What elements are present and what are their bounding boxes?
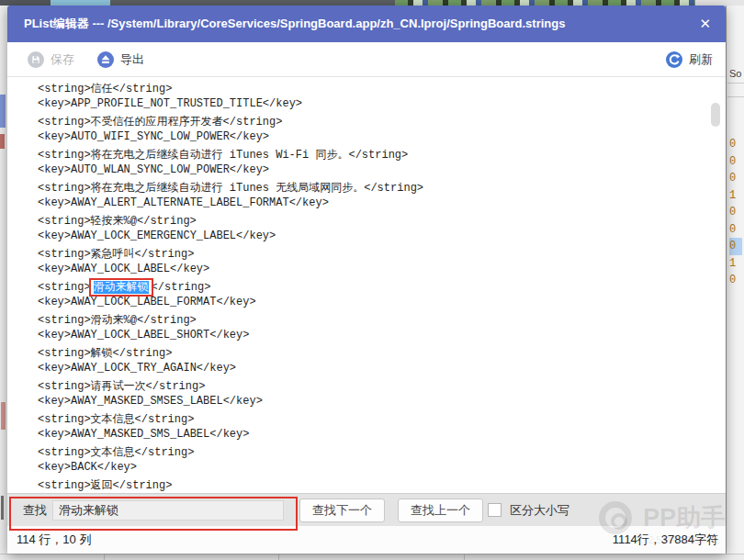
code-line: <string>紧急呼叫</string>: [38, 246, 726, 263]
code-line: <string>将在充电之后继续自动进行 iTunes 无线局域网同步。</st…: [38, 180, 726, 196]
save-label: 保存: [51, 51, 74, 68]
code-line: <string>不受信任的应用程序开发者</string>: [38, 114, 726, 130]
find-label: 查找: [23, 494, 47, 527]
background-digit: 0: [729, 204, 742, 221]
dialog-titlebar[interactable]: PList编辑器 --- /System/Library/CoreService…: [7, 6, 726, 42]
scrollbar-thumb[interactable]: [711, 103, 720, 127]
toolbar: 保存 导出 刷新: [7, 42, 726, 77]
background-digit: 0: [729, 170, 742, 187]
background-digit: 0: [729, 136, 742, 153]
background-digit: 0: [729, 238, 742, 255]
code-line: <key>AWAY_LOCK_LABEL_FORMAT</key>: [38, 296, 726, 312]
save-button[interactable]: 保存: [28, 42, 74, 77]
document-stats: 1114行，37884字符: [613, 526, 718, 554]
background-digit: 0: [729, 272, 742, 289]
background-window-fragment: [0, 95, 6, 128]
background-column-divider: [104, 554, 105, 560]
background-digit-column: 000100010: [729, 136, 742, 289]
cursor-position: 114 行，10 列: [17, 526, 91, 554]
background-column-divider: [464, 554, 465, 560]
background-right-panel: So 000100010: [726, 6, 744, 554]
background-window-fragment: [1, 402, 6, 430]
code-line: <key>AWAY_MASKED_SMSES_LABEL</key>: [38, 395, 726, 411]
code-line: <key>APP_PROFILE_NOT_TRUSTED_TITLE</key>: [38, 97, 726, 114]
background-window-fragment: [1, 496, 4, 520]
search-bar: 查找 查找下一个 查找上一个 区分大小写: [7, 493, 726, 526]
background-text-fragment: So: [729, 68, 741, 79]
code-area[interactable]: <string>信任</string><key>APP_PROFILE_NOT_…: [7, 77, 726, 493]
background-row-divider: [727, 83, 744, 84]
export-label: 导出: [120, 51, 144, 68]
status-bar: 114 行，10 列 1114行，37884字符: [7, 526, 726, 554]
search-input[interactable]: [52, 500, 284, 521]
refresh-label: 刷新: [689, 51, 713, 68]
screenshot-canvas: So 000100010 PList编辑器 --- /System/Librar…: [0, 0, 744, 560]
code-line: <string>解锁</string>: [38, 345, 726, 362]
code-line: <string>文本信息</string>: [38, 444, 726, 461]
find-prev-button[interactable]: 查找上一个: [398, 498, 483, 522]
plist-editor-dialog: PList编辑器 --- /System/Library/CoreService…: [7, 6, 726, 554]
refresh-button[interactable]: 刷新: [666, 42, 713, 77]
close-icon[interactable]: ✕: [699, 6, 711, 42]
code-line: <string>文本信息</string>: [38, 411, 726, 428]
code-line: <key>AWAY_MASKED_SMS_LABEL</key>: [38, 428, 726, 444]
code-line: <string>请再试一次</string>: [38, 378, 726, 395]
case-sensitive-checkbox[interactable]: [488, 503, 502, 517]
background-digit: 1: [729, 255, 742, 273]
code-line: <string>返回</string>: [38, 477, 726, 493]
save-icon: [28, 51, 44, 68]
code-line: <string>将在充电之后继续自动进行 iTunes Wi-Fi 同步。</s…: [38, 147, 726, 163]
background-row-divider: [727, 96, 744, 97]
code-line: <key>AUTO_WLAN_SYNC_LOW_POWER</key>: [38, 163, 726, 180]
background-window-fragment: [0, 134, 5, 149]
dialog-title: PList编辑器 --- /System/Library/CoreService…: [24, 6, 565, 42]
background-bottom-strip: [0, 554, 744, 560]
code-line: <key>AWAY_ALERT_ALTERNATE_LABEL_FORMAT</…: [38, 196, 726, 213]
code-line: <key>AWAY_LOCK_LABEL</key>: [38, 263, 726, 279]
export-button[interactable]: 导出: [97, 42, 144, 77]
export-icon: [97, 51, 114, 68]
match-annotation-box: 滑动来解锁: [91, 280, 152, 295]
code-line: <string>滑动来解锁</string>: [38, 279, 726, 296]
code-line: <key>AWAY_LOCK_EMERGENCY_LABEL</key>: [38, 230, 726, 246]
code-line: <key>AWAY_LOCK_TRY_AGAIN</key>: [38, 362, 726, 378]
code-line: <string>滑动来%@</string>: [38, 312, 726, 329]
background-digit: 0: [729, 221, 742, 239]
code-line: <string>轻按来%@</string>: [38, 213, 726, 230]
code-line: <key>AWAY_LOCK_LABEL_SHORT</key>: [38, 329, 726, 345]
case-sensitive-label: 区分大小写: [510, 494, 569, 527]
code-line: <key>BACK</key>: [38, 461, 726, 477]
selected-match-text: 滑动来解锁: [94, 281, 149, 294]
refresh-icon: [666, 51, 682, 68]
code-line: <key>AUTO_WIFI_SYNC_LOW_POWER</key>: [38, 130, 726, 147]
background-digit: 1: [729, 187, 742, 205]
find-next-button[interactable]: 查找下一个: [299, 498, 385, 522]
background-column-divider: [278, 554, 279, 560]
code-line: <string>信任</string>: [38, 81, 726, 97]
background-digit: 0: [729, 153, 742, 171]
